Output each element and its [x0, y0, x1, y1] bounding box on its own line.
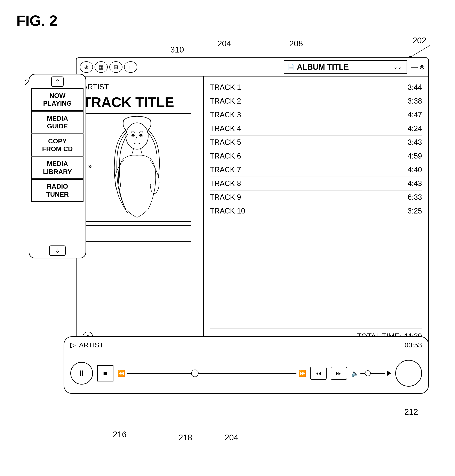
svg-point-6: [132, 134, 134, 136]
sidebar-scroll-up[interactable]: ⇑: [51, 76, 64, 87]
track-time: 3:25: [408, 207, 422, 215]
seek-bar-container: ⏪ ⏩: [118, 370, 306, 377]
album-dropdown-button[interactable]: ⌄⌄: [392, 62, 403, 72]
pause-button[interactable]: ⏸: [70, 362, 93, 385]
track-row[interactable]: TRACK 64:59: [210, 149, 422, 163]
track-name: TRACK 5: [210, 138, 241, 147]
track-row[interactable]: TRACK 23:38: [210, 94, 422, 108]
ref-310: 310: [170, 45, 184, 54]
track-name: TRACK 10: [210, 207, 245, 215]
sidebar-items: NOWPLAYING MEDIAGUIDE COPYFROM CD MEDIAL…: [31, 89, 83, 244]
track-time: 3:43: [408, 138, 422, 147]
track-row[interactable]: TRACK 74:40: [210, 163, 422, 177]
svg-rect-2: [83, 114, 191, 221]
track-name: TRACK 6: [210, 152, 241, 160]
sidebar-item-now-playing[interactable]: NOWPLAYING: [31, 89, 83, 111]
title-bar: ⊕ ▦ ⊞ □ 📄 ALBUM TITLE ⌄⌄ — ⊗: [76, 58, 428, 76]
grid-icon[interactable]: ▦: [95, 61, 108, 73]
prev-track-button[interactable]: ⏮: [310, 367, 327, 380]
track-row[interactable]: TRACK 103:25: [210, 204, 422, 218]
ref-204-bot: 204: [225, 433, 238, 442]
track-name: TRACK 9: [210, 193, 241, 202]
album-title-area: 📄 ALBUM TITLE ⌄⌄: [284, 60, 407, 74]
track-time: 4:47: [408, 111, 422, 119]
now-playing-artist: ARTIST: [79, 341, 104, 349]
forward-icon: ⏩: [299, 370, 306, 377]
volume-end: [387, 370, 391, 376]
volume-area: 🔈: [351, 370, 391, 377]
toolbar-icons: ⊕ ▦ ⊞ □: [80, 61, 137, 73]
window-controls: — ⊗: [411, 63, 425, 71]
dial-button[interactable]: [395, 360, 422, 387]
now-playing-left: ▷ ARTIST: [70, 341, 104, 349]
track-name: TRACK 8: [210, 179, 241, 188]
ref-216: 216: [113, 430, 127, 439]
page-icon[interactable]: □: [124, 61, 137, 73]
sidebar-scroll-down[interactable]: ⇓: [49, 245, 66, 256]
track-row[interactable]: TRACK 13:44: [210, 81, 422, 94]
track-name: TRACK 2: [210, 97, 241, 105]
track-row[interactable]: TRACK 53:43: [210, 136, 422, 149]
album-art-svg: [83, 114, 191, 221]
now-playing-time: 00:53: [405, 341, 422, 349]
track-row[interactable]: TRACK 96:33: [210, 191, 422, 204]
controls-row: ⏸ ■ ⏪ ⏩ ⏮ ⏭ 🔈: [64, 353, 428, 393]
sidebar-item-media-library[interactable]: MEDIALIBRARY: [31, 156, 83, 179]
ref-218: 218: [179, 433, 192, 442]
track-time: 4:40: [408, 166, 422, 174]
seek-handle[interactable]: [191, 370, 199, 377]
layout-icon[interactable]: ⊞: [109, 61, 122, 73]
album-art: [83, 113, 191, 222]
album-title-text: ALBUM TITLE: [297, 63, 390, 72]
rewind-icon: ⏪: [118, 370, 125, 377]
play-indicator: ▷: [70, 341, 76, 349]
next-track-button[interactable]: ⏭: [331, 367, 347, 380]
close-button[interactable]: ⊗: [419, 63, 425, 71]
now-playing-row: ▷ ARTIST 00:53: [64, 337, 428, 353]
volume-handle[interactable]: [365, 370, 371, 376]
track-name: TRACK 3: [210, 111, 241, 119]
track-name: TRACK 4: [210, 124, 241, 133]
track-time: 3:44: [408, 83, 422, 92]
ref-204-top: 204: [218, 39, 231, 48]
content-area: ARTIST TRACK TITLE: [76, 76, 428, 348]
info-bar: [83, 225, 191, 242]
artist-name: ARTIST: [83, 83, 197, 91]
device-container: ⇑ NOWPLAYING MEDIAGUIDE COPYFROM CD MEDI…: [29, 57, 435, 422]
sidebar-item-radio-tuner[interactable]: RADIOTUNER: [31, 179, 83, 202]
svg-line-0: [410, 45, 431, 57]
track-time: 4:24: [408, 124, 422, 133]
track-title-display: TRACK TITLE: [83, 95, 197, 110]
seek-bar[interactable]: [127, 373, 296, 374]
track-time: 6:33: [408, 193, 422, 202]
transport-bar: ▷ ARTIST 00:53 ⏸ ■ ⏪ ⏩ ⏮ ⏭ 🔈: [64, 336, 429, 394]
sidebar-item-media-guide[interactable]: MEDIAGUIDE: [31, 111, 83, 134]
volume-slider[interactable]: [360, 373, 385, 374]
figure-label: FIG. 2: [16, 12, 57, 29]
sidebar-scroll-right[interactable]: »: [88, 163, 92, 169]
main-window: ⊕ ▦ ⊞ □ 📄 ALBUM TITLE ⌄⌄ — ⊗ ARTIST TRAC: [76, 57, 429, 349]
track-time: 4:43: [408, 179, 422, 188]
track-time: 4:59: [408, 152, 422, 160]
track-name: TRACK 1: [210, 83, 241, 92]
stop-button[interactable]: ■: [97, 365, 114, 381]
track-row[interactable]: TRACK 44:24: [210, 122, 422, 136]
track-name: TRACK 7: [210, 166, 241, 174]
left-panel: ARTIST TRACK TITLE: [76, 76, 204, 348]
track-row[interactable]: TRACK 84:43: [210, 177, 422, 191]
sidebar-item-copy-from-cd[interactable]: COPYFROM CD: [31, 134, 83, 156]
track-row[interactable]: TRACK 34:47: [210, 108, 422, 122]
svg-point-7: [140, 134, 142, 136]
track-time: 3:38: [408, 97, 422, 105]
ref-208: 208: [289, 39, 303, 48]
volume-icon: 🔈: [351, 370, 359, 377]
sidebar: ⇑ NOWPLAYING MEDIAGUIDE COPYFROM CD MEDI…: [29, 74, 86, 258]
track-list: TRACK 13:44TRACK 23:38TRACK 34:47TRACK 4…: [204, 76, 428, 348]
album-title-icon: 📄: [288, 64, 295, 71]
scroll-icon[interactable]: ⊕: [80, 61, 93, 73]
minimize-button[interactable]: —: [411, 63, 418, 71]
